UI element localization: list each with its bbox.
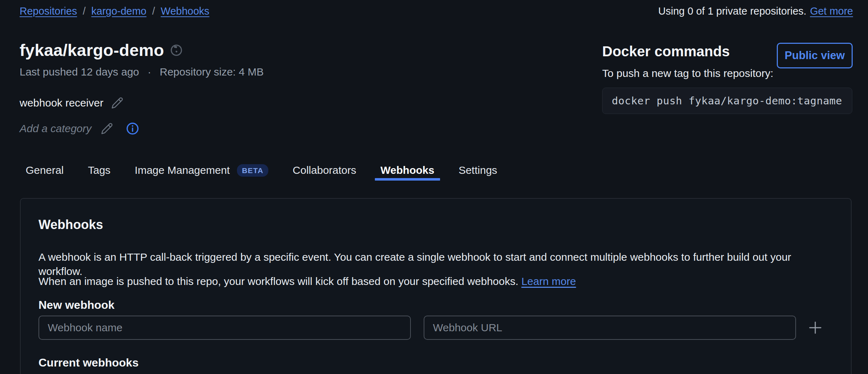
tab-webhooks-label: Webhooks [381, 164, 434, 176]
tab-collaborators[interactable]: Collaborators [287, 160, 362, 180]
last-pushed: Last pushed 12 days ago [20, 66, 139, 78]
breadcrumb-webhooks[interactable]: Webhooks [161, 5, 210, 17]
tab-collaborators-label: Collaborators [293, 164, 356, 176]
tab-settings[interactable]: Settings [453, 160, 503, 180]
repo-description: webhook receiver [20, 96, 103, 110]
meta-separator: · [148, 66, 151, 78]
repo-tabs: General Tags Image Management BETA Colla… [20, 160, 503, 180]
webhook-name-input[interactable] [38, 316, 411, 340]
webhooks-workflow-text: When an image is pushed to this repo, yo… [38, 275, 518, 287]
breadcrumb-separator: / [83, 5, 86, 17]
breadcrumb-repositories[interactable]: Repositories [20, 5, 77, 17]
learn-more-link[interactable]: Learn more [521, 275, 576, 287]
tab-tags-label: Tags [88, 164, 110, 176]
globe-icon [170, 43, 183, 57]
repo-size: Repository size: 4 MB [160, 66, 264, 78]
repository-page: Repositories / kargo-demo / Webhooks Usi… [0, 0, 868, 374]
docker-push-command[interactable]: docker push fykaa/kargo-demo:tagname [602, 88, 852, 114]
docker-push-command-text: docker push fykaa/kargo-demo:tagname [612, 95, 842, 107]
public-view-button[interactable]: Public view [777, 43, 853, 68]
webhooks-card-heading: Webhooks [38, 217, 103, 232]
edit-description-icon[interactable] [111, 97, 123, 109]
new-webhook-heading: New webhook [38, 298, 114, 312]
repo-title: fykaa/kargo-demo [20, 40, 164, 61]
webhooks-workflow-note: When an image is pushed to this repo, yo… [38, 274, 837, 289]
usage-text: Using 0 of 1 private repositories. [658, 5, 806, 17]
repo-category-row: Add a category [20, 122, 139, 135]
repo-description-row: webhook receiver [20, 96, 123, 110]
tab-image-management[interactable]: Image Management BETA [129, 160, 274, 180]
push-instruction: To push a new tag to this repository: [602, 67, 852, 80]
current-webhooks-heading: Current webhooks [38, 355, 139, 370]
breadcrumb-separator: / [152, 5, 155, 17]
beta-badge: BETA [237, 164, 268, 177]
tab-settings-label: Settings [459, 164, 497, 176]
breadcrumb-repo[interactable]: kargo-demo [91, 5, 146, 17]
breadcrumb: Repositories / kargo-demo / Webhooks [20, 5, 210, 17]
get-more-link[interactable]: Get more [810, 5, 853, 17]
add-category-placeholder: Add a category [20, 122, 92, 135]
active-tab-underline [375, 178, 440, 181]
edit-category-icon[interactable] [101, 123, 113, 135]
webhooks-card: Webhooks A webhook is an HTTP call-back … [20, 198, 852, 374]
private-repo-usage: Using 0 of 1 private repositories. Get m… [658, 5, 853, 17]
tab-webhooks[interactable]: Webhooks [375, 160, 440, 180]
webhook-url-input[interactable] [424, 316, 796, 340]
category-info-icon[interactable] [126, 122, 139, 135]
repo-title-row: fykaa/kargo-demo [20, 40, 183, 61]
add-webhook-button[interactable] [807, 320, 823, 336]
tab-image-management-label: Image Management [135, 164, 230, 176]
tab-general-label: General [26, 164, 64, 176]
tab-tags[interactable]: Tags [82, 160, 116, 180]
repo-meta: Last pushed 12 days ago · Repository siz… [20, 66, 264, 78]
tab-general[interactable]: General [20, 160, 69, 180]
